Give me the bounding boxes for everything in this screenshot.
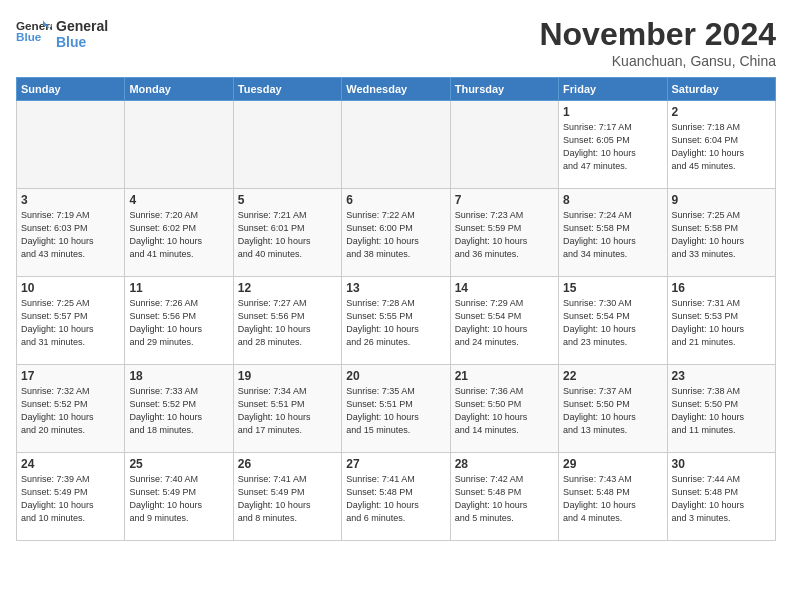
day-number: 7 xyxy=(455,193,554,207)
calendar-cell: 5Sunrise: 7:21 AM Sunset: 6:01 PM Daylig… xyxy=(233,189,341,277)
day-info: Sunrise: 7:19 AM Sunset: 6:03 PM Dayligh… xyxy=(21,209,120,261)
day-number: 5 xyxy=(238,193,337,207)
weekday-header-sunday: Sunday xyxy=(17,78,125,101)
calendar-cell: 20Sunrise: 7:35 AM Sunset: 5:51 PM Dayli… xyxy=(342,365,450,453)
calendar-cell: 25Sunrise: 7:40 AM Sunset: 5:49 PM Dayli… xyxy=(125,453,233,541)
calendar-cell: 17Sunrise: 7:32 AM Sunset: 5:52 PM Dayli… xyxy=(17,365,125,453)
day-info: Sunrise: 7:25 AM Sunset: 5:58 PM Dayligh… xyxy=(672,209,771,261)
day-info: Sunrise: 7:35 AM Sunset: 5:51 PM Dayligh… xyxy=(346,385,445,437)
day-info: Sunrise: 7:33 AM Sunset: 5:52 PM Dayligh… xyxy=(129,385,228,437)
calendar-cell: 22Sunrise: 7:37 AM Sunset: 5:50 PM Dayli… xyxy=(559,365,667,453)
calendar-cell: 2Sunrise: 7:18 AM Sunset: 6:04 PM Daylig… xyxy=(667,101,775,189)
calendar-cell: 28Sunrise: 7:42 AM Sunset: 5:48 PM Dayli… xyxy=(450,453,558,541)
logo: General Blue General Blue xyxy=(16,16,108,52)
day-info: Sunrise: 7:25 AM Sunset: 5:57 PM Dayligh… xyxy=(21,297,120,349)
calendar-cell xyxy=(125,101,233,189)
calendar-cell: 9Sunrise: 7:25 AM Sunset: 5:58 PM Daylig… xyxy=(667,189,775,277)
location: Kuanchuan, Gansu, China xyxy=(539,53,776,69)
calendar-cell: 15Sunrise: 7:30 AM Sunset: 5:54 PM Dayli… xyxy=(559,277,667,365)
weekday-header-friday: Friday xyxy=(559,78,667,101)
day-info: Sunrise: 7:20 AM Sunset: 6:02 PM Dayligh… xyxy=(129,209,228,261)
calendar-cell: 23Sunrise: 7:38 AM Sunset: 5:50 PM Dayli… xyxy=(667,365,775,453)
day-number: 8 xyxy=(563,193,662,207)
day-number: 30 xyxy=(672,457,771,471)
calendar-cell xyxy=(17,101,125,189)
day-number: 13 xyxy=(346,281,445,295)
day-number: 21 xyxy=(455,369,554,383)
day-info: Sunrise: 7:40 AM Sunset: 5:49 PM Dayligh… xyxy=(129,473,228,525)
day-info: Sunrise: 7:43 AM Sunset: 5:48 PM Dayligh… xyxy=(563,473,662,525)
weekday-header-monday: Monday xyxy=(125,78,233,101)
day-info: Sunrise: 7:29 AM Sunset: 5:54 PM Dayligh… xyxy=(455,297,554,349)
calendar-cell: 21Sunrise: 7:36 AM Sunset: 5:50 PM Dayli… xyxy=(450,365,558,453)
day-number: 12 xyxy=(238,281,337,295)
day-info: Sunrise: 7:31 AM Sunset: 5:53 PM Dayligh… xyxy=(672,297,771,349)
day-number: 2 xyxy=(672,105,771,119)
day-number: 29 xyxy=(563,457,662,471)
day-number: 18 xyxy=(129,369,228,383)
day-info: Sunrise: 7:21 AM Sunset: 6:01 PM Dayligh… xyxy=(238,209,337,261)
calendar-cell: 3Sunrise: 7:19 AM Sunset: 6:03 PM Daylig… xyxy=(17,189,125,277)
day-info: Sunrise: 7:39 AM Sunset: 5:49 PM Dayligh… xyxy=(21,473,120,525)
weekday-header-saturday: Saturday xyxy=(667,78,775,101)
day-number: 19 xyxy=(238,369,337,383)
calendar-cell: 11Sunrise: 7:26 AM Sunset: 5:56 PM Dayli… xyxy=(125,277,233,365)
page-header: General Blue General Blue November 2024 … xyxy=(16,16,776,69)
day-number: 28 xyxy=(455,457,554,471)
calendar-cell: 26Sunrise: 7:41 AM Sunset: 5:49 PM Dayli… xyxy=(233,453,341,541)
calendar-cell: 1Sunrise: 7:17 AM Sunset: 6:05 PM Daylig… xyxy=(559,101,667,189)
day-info: Sunrise: 7:36 AM Sunset: 5:50 PM Dayligh… xyxy=(455,385,554,437)
day-number: 11 xyxy=(129,281,228,295)
day-number: 27 xyxy=(346,457,445,471)
day-info: Sunrise: 7:42 AM Sunset: 5:48 PM Dayligh… xyxy=(455,473,554,525)
day-info: Sunrise: 7:32 AM Sunset: 5:52 PM Dayligh… xyxy=(21,385,120,437)
calendar-cell: 7Sunrise: 7:23 AM Sunset: 5:59 PM Daylig… xyxy=(450,189,558,277)
day-info: Sunrise: 7:22 AM Sunset: 6:00 PM Dayligh… xyxy=(346,209,445,261)
day-number: 24 xyxy=(21,457,120,471)
calendar: SundayMondayTuesdayWednesdayThursdayFrid… xyxy=(16,77,776,541)
day-info: Sunrise: 7:17 AM Sunset: 6:05 PM Dayligh… xyxy=(563,121,662,173)
day-number: 22 xyxy=(563,369,662,383)
day-number: 17 xyxy=(21,369,120,383)
day-number: 20 xyxy=(346,369,445,383)
calendar-cell: 18Sunrise: 7:33 AM Sunset: 5:52 PM Dayli… xyxy=(125,365,233,453)
day-number: 25 xyxy=(129,457,228,471)
calendar-cell xyxy=(450,101,558,189)
day-number: 14 xyxy=(455,281,554,295)
calendar-cell: 12Sunrise: 7:27 AM Sunset: 5:56 PM Dayli… xyxy=(233,277,341,365)
day-number: 9 xyxy=(672,193,771,207)
day-info: Sunrise: 7:27 AM Sunset: 5:56 PM Dayligh… xyxy=(238,297,337,349)
calendar-cell: 8Sunrise: 7:24 AM Sunset: 5:58 PM Daylig… xyxy=(559,189,667,277)
day-info: Sunrise: 7:44 AM Sunset: 5:48 PM Dayligh… xyxy=(672,473,771,525)
calendar-cell xyxy=(342,101,450,189)
calendar-cell: 24Sunrise: 7:39 AM Sunset: 5:49 PM Dayli… xyxy=(17,453,125,541)
day-number: 15 xyxy=(563,281,662,295)
day-number: 23 xyxy=(672,369,771,383)
day-info: Sunrise: 7:23 AM Sunset: 5:59 PM Dayligh… xyxy=(455,209,554,261)
calendar-cell: 30Sunrise: 7:44 AM Sunset: 5:48 PM Dayli… xyxy=(667,453,775,541)
day-info: Sunrise: 7:34 AM Sunset: 5:51 PM Dayligh… xyxy=(238,385,337,437)
day-info: Sunrise: 7:37 AM Sunset: 5:50 PM Dayligh… xyxy=(563,385,662,437)
calendar-cell: 14Sunrise: 7:29 AM Sunset: 5:54 PM Dayli… xyxy=(450,277,558,365)
day-number: 3 xyxy=(21,193,120,207)
calendar-cell xyxy=(233,101,341,189)
weekday-header-thursday: Thursday xyxy=(450,78,558,101)
day-number: 4 xyxy=(129,193,228,207)
month-title: November 2024 xyxy=(539,16,776,53)
logo-icon: General Blue xyxy=(16,16,52,52)
day-info: Sunrise: 7:41 AM Sunset: 5:49 PM Dayligh… xyxy=(238,473,337,525)
title-area: November 2024 Kuanchuan, Gansu, China xyxy=(539,16,776,69)
calendar-cell: 16Sunrise: 7:31 AM Sunset: 5:53 PM Dayli… xyxy=(667,277,775,365)
day-info: Sunrise: 7:18 AM Sunset: 6:04 PM Dayligh… xyxy=(672,121,771,173)
day-info: Sunrise: 7:38 AM Sunset: 5:50 PM Dayligh… xyxy=(672,385,771,437)
day-number: 1 xyxy=(563,105,662,119)
day-info: Sunrise: 7:26 AM Sunset: 5:56 PM Dayligh… xyxy=(129,297,228,349)
day-info: Sunrise: 7:24 AM Sunset: 5:58 PM Dayligh… xyxy=(563,209,662,261)
day-info: Sunrise: 7:28 AM Sunset: 5:55 PM Dayligh… xyxy=(346,297,445,349)
day-number: 16 xyxy=(672,281,771,295)
weekday-header-wednesday: Wednesday xyxy=(342,78,450,101)
calendar-cell: 4Sunrise: 7:20 AM Sunset: 6:02 PM Daylig… xyxy=(125,189,233,277)
calendar-cell: 19Sunrise: 7:34 AM Sunset: 5:51 PM Dayli… xyxy=(233,365,341,453)
svg-text:Blue: Blue xyxy=(16,30,42,43)
calendar-cell: 6Sunrise: 7:22 AM Sunset: 6:00 PM Daylig… xyxy=(342,189,450,277)
